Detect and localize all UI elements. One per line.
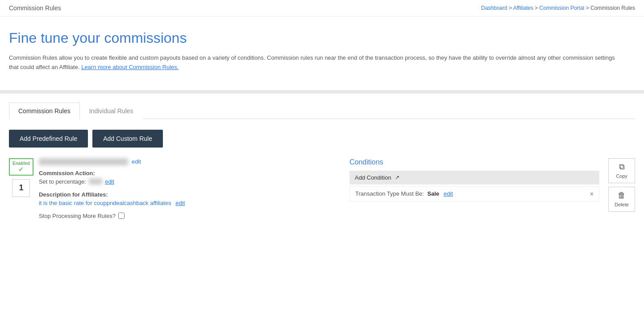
tabs-nav: Commission Rules Individual Rules (9, 103, 635, 119)
stop-processing-checkbox[interactable] (118, 213, 125, 219)
commission-action-label: Commission Action: (39, 170, 341, 176)
tab-commission-rules[interactable]: Commission Rules (9, 103, 80, 119)
rule-name-row: edit (39, 158, 341, 165)
rule-name-blurred (39, 158, 128, 165)
condition-row: Transaction Type Must Be: Sale edit × (349, 186, 599, 201)
breadcrumb-commission-portal[interactable]: Commission Portal (540, 5, 585, 11)
condition-text: Transaction Type Must Be: Sale edit (355, 190, 453, 197)
delete-icon: 🗑 (618, 191, 626, 200)
rule-name-edit-link[interactable]: edit (132, 158, 141, 165)
conditions-header: Conditions (349, 158, 599, 166)
add-condition-text: Add Condition (355, 174, 391, 181)
commission-value-blurred (89, 178, 102, 185)
delete-button[interactable]: 🗑 Delete (608, 187, 635, 212)
description-label: Description for Affiliates: (39, 191, 341, 198)
breadcrumb-affiliates[interactable]: Affiliates (513, 5, 533, 11)
check-icon: ✓ (12, 166, 30, 173)
breadcrumb-dashboard[interactable]: Dashboard (481, 5, 507, 11)
learn-more-link[interactable]: Learn more about Commission Rules. (81, 64, 179, 70)
rule-badges: Enabled ✓ 1 (9, 158, 33, 197)
description-value: it is the basic rate for couppndealcashb… (39, 200, 341, 206)
description-edit-link[interactable]: edit (175, 200, 185, 206)
rule-number-badge: 1 (12, 179, 30, 197)
stop-processing-row: Stop Processing More Rules? (39, 213, 341, 219)
commission-value-edit-link[interactable]: edit (105, 178, 114, 185)
commission-action-value: Set to percentage: edit (39, 178, 341, 185)
rule-details: edit Commission Action: Set to percentag… (39, 158, 341, 219)
condition-remove-button[interactable]: × (590, 190, 594, 197)
expand-icon: ↗ (395, 174, 399, 181)
section-divider (0, 90, 644, 94)
condition-edit-link[interactable]: edit (444, 190, 453, 197)
rule-right-panel: Conditions Add Condition ↗ Transaction T… (349, 158, 599, 201)
copy-icon: ⧉ (619, 162, 625, 172)
tab-individual-rules[interactable]: Individual Rules (80, 103, 143, 119)
enabled-label: Enabled (12, 161, 30, 166)
breadcrumb-current: Commission Rules (590, 5, 635, 11)
hero-description: Commission Rules allow you to create fle… (9, 53, 625, 72)
hero-heading: Fine tune your commissions (9, 30, 635, 46)
add-predefined-rule-button[interactable]: Add Predefined Rule (9, 130, 88, 148)
add-custom-rule-button[interactable]: Add Custom Rule (92, 130, 163, 148)
enabled-badge: Enabled ✓ (9, 158, 33, 176)
breadcrumb: Dashboard > Affiliates > Commission Port… (481, 5, 635, 11)
delete-label: Delete (615, 202, 629, 207)
page-title: Commission Rules (9, 4, 61, 12)
button-row: Add Predefined Rule Add Custom Rule (9, 130, 635, 148)
rule-left-panel: Enabled ✓ 1 edit Commission Action: Set … (9, 158, 341, 219)
add-condition-bar[interactable]: Add Condition ↗ (349, 171, 599, 185)
copy-delete-panel: ⧉ Copy 🗑 Delete (608, 158, 635, 212)
copy-button[interactable]: ⧉ Copy (608, 158, 635, 183)
copy-label: Copy (616, 173, 627, 179)
rule-section: Enabled ✓ 1 edit Commission Action: Set … (9, 158, 635, 219)
